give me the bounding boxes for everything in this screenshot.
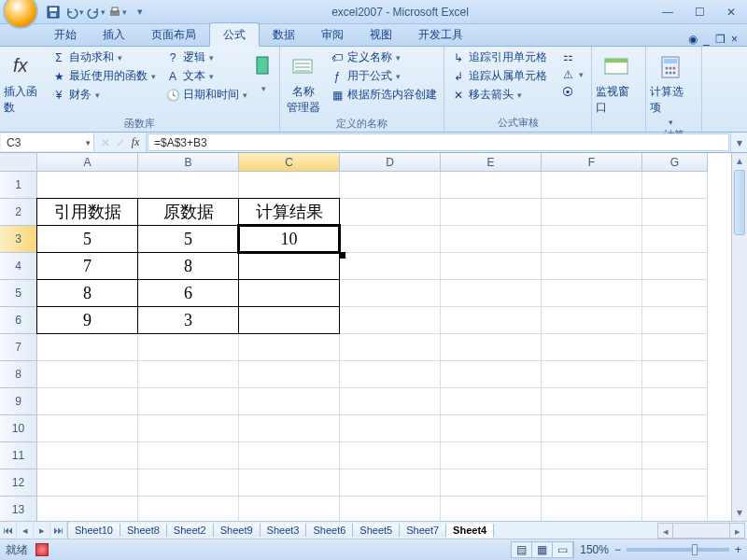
sheet-nav-first-icon[interactable]: ⏮: [0, 521, 17, 539]
more-functions-button[interactable]: ▾: [254, 49, 273, 93]
cell[interactable]: [138, 334, 239, 361]
col-header-b[interactable]: B: [138, 153, 239, 172]
define-name-button[interactable]: 🏷定义名称▾: [327, 49, 440, 66]
cell[interactable]: [138, 172, 239, 199]
col-header-c[interactable]: C: [239, 153, 340, 172]
cell[interactable]: [37, 442, 138, 469]
cell[interactable]: [441, 469, 542, 497]
row-header-8[interactable]: 8: [0, 361, 37, 388]
cell-b2[interactable]: 原数据: [137, 198, 239, 226]
cell[interactable]: [239, 334, 340, 361]
cell[interactable]: [441, 334, 542, 361]
select-all-corner[interactable]: [0, 153, 37, 172]
row-header-2[interactable]: 2: [0, 199, 37, 226]
sheet-tab[interactable]: Sheet5: [353, 524, 400, 537]
cell[interactable]: [340, 415, 441, 442]
cell[interactable]: [340, 334, 441, 361]
expand-formula-bar-icon[interactable]: ▾: [730, 133, 747, 152]
cell[interactable]: [542, 334, 642, 361]
zoom-in-icon[interactable]: +: [735, 543, 741, 556]
cell[interactable]: [340, 442, 441, 469]
qat-customize-icon[interactable]: ▾: [130, 3, 148, 21]
cell[interactable]: [239, 415, 340, 442]
cell[interactable]: [642, 361, 708, 388]
zoom-slider-knob[interactable]: [692, 544, 698, 555]
cell-b4[interactable]: 8: [137, 252, 239, 280]
cell[interactable]: [340, 199, 441, 226]
cell[interactable]: [542, 199, 642, 226]
maximize-button[interactable]: ☐: [684, 2, 715, 22]
scroll-left-icon[interactable]: ◂: [657, 523, 673, 539]
text-button[interactable]: A文本▾: [162, 67, 250, 85]
cell[interactable]: [138, 442, 239, 469]
cell[interactable]: [542, 226, 642, 253]
use-in-formula-button[interactable]: ƒ用于公式▾: [327, 67, 440, 85]
autosum-button[interactable]: Σ自动求和▾: [49, 49, 159, 66]
cell-a5[interactable]: 8: [36, 279, 138, 307]
cell[interactable]: [340, 469, 441, 497]
doc-restore-icon[interactable]: ❐: [715, 33, 726, 46]
cell[interactable]: [239, 361, 340, 388]
cell[interactable]: [37, 172, 138, 199]
datetime-button[interactable]: 🕓日期和时间▾: [162, 86, 250, 104]
cell[interactable]: [239, 442, 340, 469]
watch-window-button[interactable]: 监视窗口: [596, 49, 637, 116]
row-header-10[interactable]: 10: [0, 415, 37, 442]
tab-view[interactable]: 视图: [357, 23, 405, 46]
row-header-7[interactable]: 7: [0, 334, 37, 361]
row-header-4[interactable]: 4: [0, 253, 37, 280]
sheet-nav-prev-icon[interactable]: ◂: [17, 521, 34, 539]
doc-close-icon[interactable]: ×: [731, 33, 738, 46]
row-header-9[interactable]: 9: [0, 388, 37, 415]
cell-b6[interactable]: 3: [137, 306, 239, 334]
cell[interactable]: [441, 442, 542, 469]
cell[interactable]: [37, 361, 138, 388]
cell[interactable]: [37, 415, 138, 442]
save-icon[interactable]: [44, 3, 63, 21]
hscroll-track[interactable]: [673, 523, 729, 539]
remove-arrows-button[interactable]: ✕移去箭头▾: [448, 86, 550, 104]
tab-pagelayout[interactable]: 页面布局: [138, 23, 209, 46]
cell-c2[interactable]: 计算结果: [238, 198, 340, 226]
sheet-tab[interactable]: Sheet10: [68, 524, 120, 537]
financial-button[interactable]: ¥财务▾: [49, 86, 159, 104]
ribbon-minimize-icon[interactable]: _: [703, 33, 710, 46]
row-header-11[interactable]: 11: [0, 442, 37, 469]
logical-button[interactable]: ?逻辑▾: [162, 49, 250, 66]
sheet-tab[interactable]: Sheet8: [120, 524, 167, 537]
cell-c3-selected[interactable]: 10: [238, 225, 340, 253]
cell[interactable]: [340, 280, 441, 307]
cell[interactable]: [340, 361, 441, 388]
cell[interactable]: [542, 442, 642, 469]
sheet-nav-next-icon[interactable]: ▸: [34, 521, 50, 539]
cell[interactable]: [138, 388, 239, 415]
col-header-d[interactable]: D: [340, 153, 441, 172]
cell-a6[interactable]: 9: [36, 306, 138, 334]
cell[interactable]: [441, 226, 542, 253]
row-header-6[interactable]: 6: [0, 307, 37, 334]
cell[interactable]: [138, 415, 239, 442]
cell[interactable]: [642, 442, 708, 469]
cell[interactable]: [37, 469, 138, 497]
cell-b3[interactable]: 5: [137, 225, 239, 253]
cell[interactable]: [542, 361, 642, 388]
fill-handle[interactable]: [339, 252, 345, 259]
redo-icon[interactable]: ▾: [87, 3, 106, 21]
cell[interactable]: [441, 172, 542, 199]
row-header-5[interactable]: 5: [0, 280, 37, 307]
zoom-slider[interactable]: [627, 548, 729, 552]
cell[interactable]: [340, 172, 441, 199]
sheet-tab[interactable]: Sheet9: [214, 524, 261, 537]
name-box[interactable]: C3: [1, 133, 94, 151]
formula-input[interactable]: =$A$3+B3: [148, 133, 729, 151]
minimize-button[interactable]: —: [652, 2, 684, 22]
sheet-tab[interactable]: Sheet7: [400, 524, 446, 537]
row-header-3[interactable]: 3: [0, 226, 37, 253]
cell[interactable]: [441, 415, 542, 442]
cell[interactable]: [441, 280, 542, 307]
cell[interactable]: [441, 388, 542, 415]
cell[interactable]: [340, 253, 441, 280]
cancel-formula-icon[interactable]: ✕: [99, 136, 112, 149]
col-header-f[interactable]: F: [542, 153, 642, 172]
insert-function-button[interactable]: fx 插入函数: [4, 49, 45, 116]
